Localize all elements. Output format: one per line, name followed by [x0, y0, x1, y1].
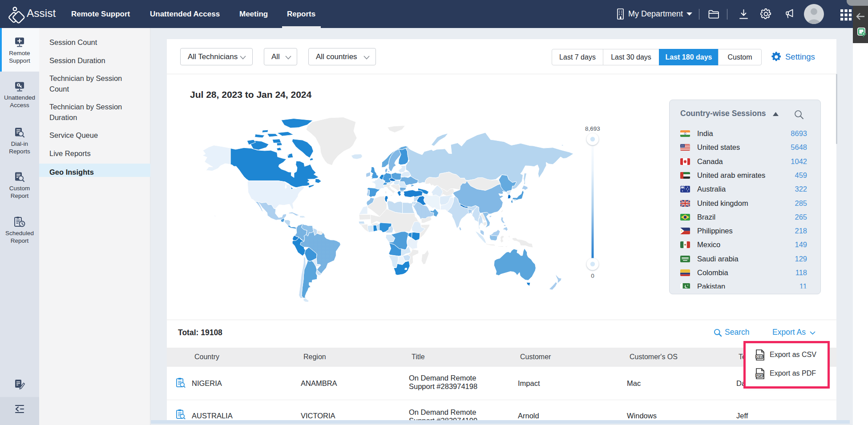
svg-text:8,693: 8,693 [585, 125, 600, 132]
svg-text:0: 0 [591, 273, 594, 279]
